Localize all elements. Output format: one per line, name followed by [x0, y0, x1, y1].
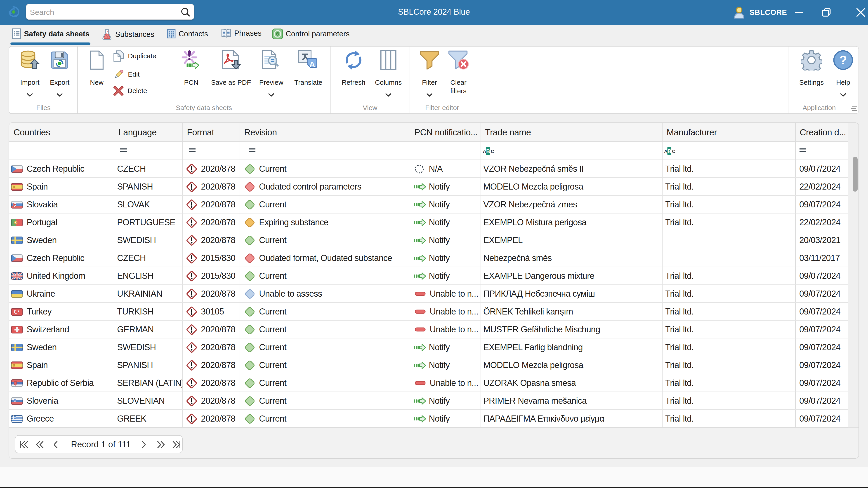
svg-text:C: C: [672, 149, 675, 154]
svg-text:A: A: [483, 149, 486, 154]
svg-text:A: A: [309, 60, 315, 68]
svg-text:B: B: [486, 149, 490, 154]
svg-text:B: B: [668, 149, 671, 154]
svg-text:C: C: [491, 149, 494, 154]
svg-text:A: A: [664, 149, 668, 154]
svg-text:?: ?: [839, 53, 847, 67]
